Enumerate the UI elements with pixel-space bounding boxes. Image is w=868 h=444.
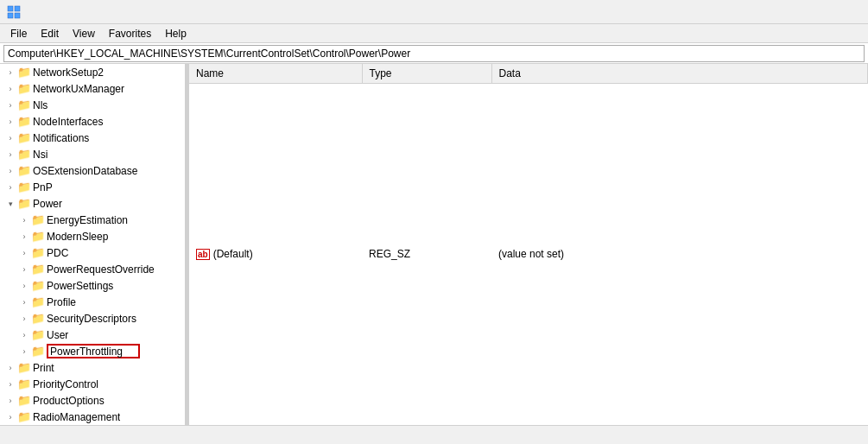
tree-item[interactable]: ›📁EnergyEstimation [0, 212, 185, 228]
tree-item-label: Nsi [33, 149, 48, 161]
folder-icon: 📁 [17, 197, 31, 210]
app-icon [7, 5, 21, 19]
tree-item-label: Notifications [33, 132, 89, 144]
folder-icon: 📁 [31, 246, 45, 259]
folder-icon: 📁 [31, 312, 45, 325]
tree-item[interactable]: ›📁OSExtensionDatabase [0, 162, 185, 179]
expand-arrow[interactable]: › [17, 314, 31, 323]
folder-icon: 📁 [17, 394, 31, 407]
expand-arrow[interactable]: › [3, 380, 17, 389]
expand-arrow[interactable]: ▾ [3, 200, 17, 208]
col-type[interactable]: Type [362, 64, 491, 83]
svg-rect-1 [15, 6, 20, 11]
tree-container: ›📁NetworkSetup2›📁NetworkUxManager›📁Nls›📁… [0, 64, 185, 425]
folder-icon: 📁 [17, 377, 31, 390]
cell-name: ab(Default) [189, 83, 362, 425]
value-type-icon: ab [196, 249, 210, 260]
address-input[interactable] [3, 45, 865, 62]
rename-input-box[interactable] [47, 344, 140, 358]
tree-item[interactable]: ›📁NetworkUxManager [0, 80, 185, 97]
tree-item[interactable]: ›📁PnP [0, 179, 185, 195]
tree-item[interactable]: ›📁SecurityDescriptors [0, 310, 185, 327]
tree-item-label: PriorityControl [33, 378, 98, 390]
tree-item-label: SecurityDescriptors [47, 313, 136, 325]
expand-arrow[interactable]: › [3, 413, 17, 422]
tree-item-label: PnP [33, 181, 53, 193]
menu-help[interactable]: Help [158, 24, 193, 42]
registry-table: Name Type Data ab(Default)REG_SZ(value n… [189, 64, 868, 425]
tree-item[interactable]: ▾📁Power [0, 195, 185, 212]
expand-arrow[interactable]: › [3, 150, 17, 159]
svg-rect-3 [15, 13, 20, 18]
tree-item[interactable]: ›📁User [0, 327, 185, 343]
folder-icon: 📁 [17, 410, 31, 423]
tree-item[interactable]: ›📁Notifications [0, 130, 185, 146]
minimize-button[interactable] [742, 0, 782, 24]
expand-arrow[interactable]: › [3, 134, 17, 143]
expand-arrow[interactable]: › [3, 101, 17, 110]
tree-item-label: ProductOptions [33, 395, 105, 407]
menu-file[interactable]: File [3, 24, 34, 42]
folder-icon: 📁 [17, 131, 31, 144]
tree-item[interactable]: ›📁PriorityControl [0, 376, 185, 392]
tree-item[interactable]: ›📁PowerSettings [0, 277, 185, 294]
expand-arrow[interactable]: › [3, 117, 17, 126]
tree-item[interactable]: ›📁NetworkSetup2 [0, 64, 185, 80]
expand-arrow[interactable]: › [3, 396, 17, 405]
expand-arrow[interactable]: › [3, 183, 17, 192]
folder-icon: 📁 [17, 82, 31, 95]
title-bar [0, 0, 868, 24]
expand-arrow[interactable]: › [17, 347, 31, 356]
folder-icon: 📁 [17, 115, 31, 128]
col-data[interactable]: Data [491, 64, 868, 83]
expand-arrow[interactable]: › [3, 85, 17, 93]
table-row[interactable]: ab(Default)REG_SZ(value not set) [189, 83, 868, 425]
menu-bar: File Edit View Favorites Help [0, 24, 868, 43]
expand-arrow[interactable]: › [17, 282, 31, 290]
expand-arrow[interactable]: › [17, 232, 31, 241]
menu-favorites[interactable]: Favorites [102, 24, 158, 42]
col-name[interactable]: Name [189, 64, 362, 83]
maximize-button[interactable] [782, 0, 821, 24]
folder-icon: 📁 [17, 164, 31, 177]
main-content: ›📁NetworkSetup2›📁NetworkUxManager›📁Nls›📁… [0, 64, 868, 425]
expand-arrow[interactable]: › [17, 298, 31, 307]
tree-item-label: OSExtensionDatabase [33, 165, 137, 177]
tree-item-label: Print [33, 362, 54, 374]
tree-item[interactable]: ›📁Profile [0, 294, 185, 310]
tree-item[interactable]: ›📁ModernSleep [0, 228, 185, 244]
tree-item[interactable]: ›📁PDC [0, 244, 185, 261]
folder-icon: 📁 [31, 328, 45, 341]
tree-item[interactable]: ›📁Print [0, 359, 185, 376]
tree-item[interactable]: ›📁PowerRequestOverride [0, 261, 185, 277]
tree-item[interactable]: ›📁RadioManagement [0, 409, 185, 425]
expand-arrow[interactable]: › [17, 216, 31, 225]
folder-icon: 📁 [31, 230, 45, 243]
tree-item-label: PDC [47, 247, 68, 259]
tree-item-label: NetworkSetup2 [33, 67, 104, 79]
menu-view[interactable]: View [66, 24, 102, 42]
expand-arrow[interactable]: › [17, 249, 31, 257]
expand-arrow[interactable]: › [3, 167, 17, 175]
tree-item-label: PowerSettings [47, 280, 113, 292]
close-button[interactable] [821, 0, 861, 24]
folder-icon: 📁 [17, 66, 31, 79]
tree-item[interactable]: ›📁Nsi [0, 146, 185, 162]
tree-panel: ›📁NetworkSetup2›📁NetworkUxManager›📁Nls›📁… [0, 64, 186, 425]
menu-edit[interactable]: Edit [34, 24, 66, 42]
expand-arrow[interactable]: › [17, 331, 31, 339]
tree-item[interactable]: ›📁ProductOptions [0, 392, 185, 409]
tree-item-label: User [47, 329, 68, 341]
tree-item-label: NodeInterfaces [33, 116, 103, 128]
expand-arrow[interactable]: › [3, 68, 17, 77]
tree-item[interactable]: ›📁NodeInterfaces [0, 113, 185, 130]
tree-item[interactable]: ›📁 [0, 343, 185, 359]
expand-arrow[interactable]: › [3, 364, 17, 372]
window-controls [742, 0, 861, 24]
tree-item-label: RadioManagement [33, 411, 120, 423]
tree-item[interactable]: ›📁Nls [0, 97, 185, 113]
folder-icon: 📁 [31, 279, 45, 292]
expand-arrow[interactable]: › [17, 265, 31, 274]
rename-input[interactable] [50, 346, 136, 358]
svg-rect-2 [8, 13, 13, 18]
